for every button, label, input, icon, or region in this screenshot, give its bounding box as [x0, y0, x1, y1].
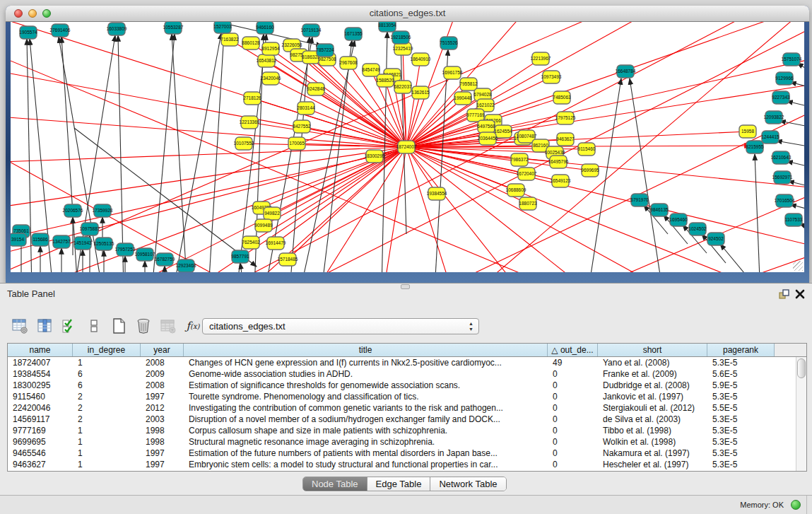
table-cell[interactable]: Structural magnetic resonance image aver… — [184, 436, 548, 448]
graph-node[interactable]: 16033809 — [107, 23, 127, 35]
table-cell[interactable]: 2008 — [141, 380, 184, 391]
table-cell[interactable]: 0 — [548, 391, 598, 402]
graph-node[interactable]: 1905574 — [19, 26, 37, 39]
table-cell[interactable]: 1997 — [141, 459, 184, 470]
graph-node[interactable]: 9129966 — [775, 72, 794, 85]
graph-node[interactable]: 1024502 — [688, 223, 707, 235]
table-cell[interactable]: Stergiakouli et al. (2012) — [598, 402, 707, 414]
table-cell[interactable]: 1 — [73, 459, 141, 470]
graph-node[interactable]: 9846135 — [650, 204, 669, 216]
table-row[interactable]: 969969511998Structural magnetic resonanc… — [8, 436, 806, 448]
graph-node[interactable]: 12505135 — [94, 238, 114, 250]
graph-node[interactable]: 7485063 — [553, 91, 571, 104]
splitter-grip[interactable] — [401, 284, 410, 289]
graph-edge[interactable] — [406, 147, 804, 255]
window-titlebar[interactable]: citations_edges.txt — [6, 6, 809, 22]
graph-node[interactable]: 10107552 — [234, 137, 254, 150]
graph-node[interactable]: 8860128 — [242, 37, 260, 49]
table-cell[interactable]: de Silva et al. (2003) — [598, 414, 707, 425]
table-row[interactable]: 1872400712008Changes of HCN gene express… — [8, 357, 806, 368]
table-cell[interactable]: 0 — [548, 402, 598, 414]
graph-node[interactable]: 1990448 — [454, 92, 472, 105]
graph-node[interactable]: 10719134 — [301, 24, 322, 37]
table-cell[interactable]: 9777169 — [8, 425, 73, 436]
table-cell[interactable]: 0 — [548, 436, 598, 448]
table-cell[interactable]: 1997 — [141, 391, 184, 402]
graph-node[interactable]: 16720407 — [517, 168, 537, 180]
table-cell[interactable]: Corpus callosum shape and size in male p… — [184, 425, 548, 436]
table-cell[interactable]: 1 — [73, 436, 141, 448]
tab-edge-table[interactable]: Edge Table — [367, 477, 431, 491]
graph-node[interactable]: 6791970 — [630, 194, 649, 206]
table-cell[interactable]: 2 — [73, 391, 141, 402]
graph-node[interactable]: 17957253 — [115, 243, 136, 256]
graph-node[interactable]: 10973493 — [541, 71, 562, 83]
window-resize-grip[interactable] — [793, 261, 803, 271]
graph-node-hub[interactable]: 18724007 — [396, 141, 417, 153]
column-header[interactable]: in_degree — [73, 344, 141, 356]
graph-node[interactable]: 7515526 — [440, 37, 458, 49]
table-cell[interactable]: Nakamura et al. (1997) — [598, 448, 707, 459]
table-cell[interactable]: 2 — [73, 414, 141, 425]
memory-status-indicator[interactable] — [791, 500, 801, 510]
graph-node[interactable]: 10975887 — [80, 223, 100, 235]
graph-node[interactable]: 1527003 — [213, 22, 232, 33]
graph-node[interactable]: 8427552 — [293, 120, 311, 133]
table-cell[interactable]: 5.3E-5 — [707, 391, 775, 402]
graph-edge[interactable] — [11, 147, 406, 163]
graph-node[interactable]: 1362615 — [411, 86, 430, 99]
graph-node[interactable]: 9115460 — [578, 143, 596, 156]
unselect-all-icon[interactable] — [86, 317, 102, 334]
graph-node[interactable]: 10553287 — [163, 22, 184, 34]
graph-node[interactable]: 15958 — [739, 125, 756, 138]
table-cell[interactable]: 6 — [73, 380, 141, 391]
graph-node[interactable]: 12213967 — [531, 52, 551, 65]
graph-node[interactable]: 1671355 — [344, 28, 363, 40]
graph-edge[interactable] — [264, 147, 406, 226]
graph-edge[interactable] — [322, 40, 352, 272]
table-cell[interactable]: 0 — [548, 459, 598, 470]
table-cell[interactable]: 2 — [73, 402, 141, 414]
table-row[interactable]: 1456911722003Disruption of a novel membe… — [8, 414, 806, 425]
float-panel-icon[interactable] — [779, 289, 789, 300]
graph-node[interactable]: 27691406 — [50, 24, 71, 37]
table-cell[interactable]: 5.3E-5 — [707, 436, 775, 448]
close-panel-icon[interactable] — [795, 289, 805, 299]
table-cell[interactable]: 5.3E-5 — [707, 425, 775, 436]
graph-node[interactable]: 7857224 — [316, 44, 334, 57]
graph-node[interactable]: 12213369 — [240, 116, 260, 129]
graph-edge[interactable] — [406, 147, 802, 272]
graph-node[interactable]: 8454749 — [362, 64, 380, 76]
graph-node[interactable]: 2718126 — [243, 92, 261, 105]
table-cell[interactable]: 5.9E-5 — [707, 380, 775, 391]
table-cell[interactable]: Investigating the contribution of common… — [184, 402, 548, 414]
graph-node[interactable]: 19218506 — [391, 31, 411, 44]
graph-edge[interactable] — [505, 177, 804, 272]
graph-node[interactable]: 16648784 — [616, 65, 636, 78]
graph-node[interactable]: 9227343 — [772, 91, 790, 104]
graph-node[interactable]: 16549123 — [551, 175, 571, 187]
table-row[interactable]: 1938455462009Genome-wide association stu… — [8, 368, 806, 380]
table-cell[interactable]: 18724007 — [8, 357, 73, 368]
graph-node[interactable]: 16782759 — [155, 253, 175, 266]
graph-node[interactable]: 16495796 — [548, 156, 569, 168]
table-cell[interactable]: Yano et al. (2008) — [598, 357, 707, 368]
table-cell[interactable]: Dudbridge et al. (2008) — [598, 380, 707, 391]
graph-node[interactable]: 170065 — [288, 137, 305, 150]
graph-node[interactable]: 115686 — [32, 233, 49, 246]
graph-node[interactable]: 9463627 — [556, 133, 575, 146]
table-cell[interactable]: 0 — [548, 368, 598, 380]
graph-node[interactable]: 924502 — [707, 233, 724, 245]
table-scrollbar[interactable] — [796, 357, 806, 471]
graph-edge[interactable] — [776, 141, 804, 148]
table-cell[interactable]: 6 — [73, 368, 141, 380]
table-cell[interactable]: 14569117 — [8, 414, 73, 425]
graph-node[interactable]: 23420046 — [261, 72, 281, 85]
graph-node[interactable]: 17016504 — [775, 194, 795, 207]
table-cell[interactable]: Jankovic et al. (1997) — [598, 391, 707, 402]
new-column-icon[interactable] — [110, 317, 127, 334]
table-cell[interactable]: 9465546 — [8, 448, 73, 459]
graph-node[interactable]: 16914479 — [266, 237, 286, 250]
graph-node[interactable]: 9242848 — [307, 83, 325, 95]
function-builder-icon[interactable]: ƒ(x) — [184, 317, 201, 334]
